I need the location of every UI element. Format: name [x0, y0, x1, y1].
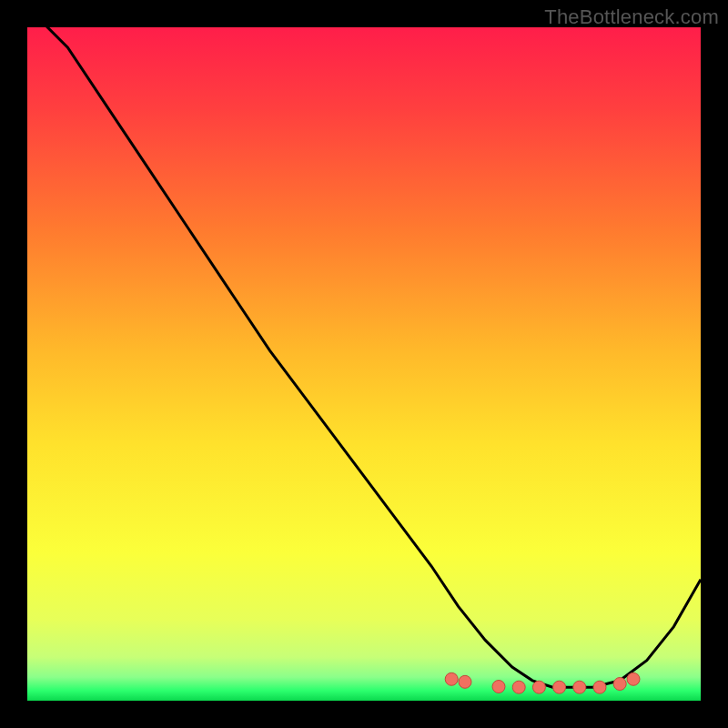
watermark-text: TheBottleneck.com [544, 5, 719, 29]
marker-dot [613, 678, 626, 691]
marker-dot [627, 672, 640, 685]
marker-dot [593, 681, 606, 693]
marker-dot [445, 672, 458, 685]
chart-frame [27, 27, 701, 701]
chart-background [27, 27, 701, 701]
marker-dot [512, 681, 525, 693]
marker-dot [492, 681, 505, 693]
marker-dot [553, 681, 566, 693]
marker-dot [459, 675, 471, 688]
marker-dot [532, 681, 545, 693]
marker-dot [573, 681, 586, 693]
bottleneck-chart [27, 27, 701, 701]
